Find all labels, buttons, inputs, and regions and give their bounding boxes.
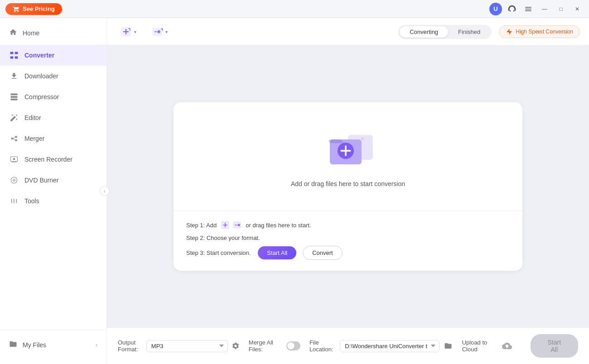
sidebar-item-tools[interactable]: Tools (0, 191, 106, 211)
main-content: ▾ ▾ Converting Finished (107, 18, 589, 364)
output-format-select[interactable]: MP3 (146, 340, 228, 352)
svg-rect-2 (10, 57, 14, 59)
app-body: Home Converter Downloader (0, 18, 589, 364)
svg-text:✦: ✦ (361, 136, 364, 141)
svg-point-29 (238, 225, 240, 226)
home-icon (9, 28, 17, 38)
svg-rect-5 (11, 96, 18, 98)
close-button[interactable]: ✕ (571, 3, 584, 15)
start-all-big-button[interactable]: Start All (531, 334, 578, 358)
lightning-icon (506, 28, 513, 35)
title-bar: See Pricing U — □ ✕ (0, 0, 589, 18)
file-location-field: File Location: D:\Wondershare UniConvert… (309, 339, 453, 353)
sidebar-item-merger[interactable]: Merger (0, 128, 106, 149)
add-file-chevron: ▾ (134, 29, 136, 34)
user-avatar[interactable]: U (489, 3, 502, 15)
step-1-row: Step 1: Add (186, 220, 510, 230)
minimize-button[interactable]: — (538, 3, 551, 15)
svg-point-9 (11, 138, 13, 140)
see-pricing-button[interactable]: See Pricing (5, 3, 62, 15)
step1-add-screen-icon (232, 220, 242, 230)
step3-convert-button[interactable]: Convert (303, 246, 343, 260)
sidebar-item-home[interactable]: Home (0, 23, 106, 43)
sidebar-tools-label: Tools (24, 197, 39, 205)
step1-text: Step 1: Add (186, 222, 217, 229)
sidebar-dvd-burner-label: DVD Burner (24, 177, 58, 184)
sidebar-item-my-files[interactable]: My Files › (0, 335, 106, 355)
cart-icon (13, 5, 20, 13)
sidebar-item-compressor[interactable]: Compressor (0, 86, 106, 107)
tab-converting[interactable]: Converting (400, 26, 448, 38)
screen-recorder-icon (9, 154, 19, 164)
drop-zone-area[interactable]: ✦ ✦ ✦ Add or drag files here to start co… (174, 102, 522, 211)
headphone-icon[interactable] (506, 3, 518, 15)
svg-rect-0 (10, 52, 14, 54)
add-screen-button[interactable]: ▾ (147, 23, 171, 41)
svg-rect-6 (11, 99, 18, 101)
add-screen-icon (151, 25, 164, 38)
bottom-bar: Output Format: MP3 Merge All Files: File… (107, 327, 589, 364)
menu-icon[interactable] (522, 3, 535, 15)
see-pricing-label: See Pricing (23, 5, 55, 12)
sidebar-bottom: My Files › (0, 330, 106, 359)
my-files-label: My Files (23, 341, 46, 349)
compressor-icon (9, 92, 19, 102)
upload-cloud-field: Upload to Cloud (462, 339, 512, 353)
file-location-select[interactable]: D:\Wondershare UniConverter t (340, 340, 439, 352)
high-speed-button[interactable]: High Speed Conversion (499, 25, 580, 38)
maximize-button[interactable]: □ (555, 3, 567, 15)
sidebar-compressor-label: Compressor (24, 93, 59, 101)
sidebar-collapse-button[interactable]: ‹ (100, 186, 110, 196)
output-format-settings-icon[interactable] (232, 340, 240, 352)
sidebar-converter-label: Converter (24, 52, 54, 59)
sidebar-item-dvd-burner[interactable]: DVD Burner (0, 170, 106, 191)
sidebar-item-converter[interactable]: Converter (0, 45, 106, 66)
add-screen-chevron: ▾ (165, 29, 168, 34)
merge-files-label: Merge All Files: (249, 339, 283, 353)
step2-text: Step 2: Choose your format. (186, 235, 260, 241)
step3-text: Step 3: Start conversion. (186, 249, 251, 256)
dvd-burner-icon (9, 175, 19, 185)
tool-header: ▾ ▾ Converting Finished (107, 18, 589, 46)
sidebar-item-editor[interactable]: Editor (0, 107, 106, 128)
my-files-arrow: › (96, 342, 97, 348)
drop-zone-card: ✦ ✦ ✦ Add or drag files here to start co… (174, 102, 522, 271)
add-file-button[interactable]: ▾ (116, 23, 140, 41)
svg-point-7 (15, 136, 17, 138)
high-speed-label: High Speed Conversion (516, 29, 573, 35)
converter-icon (9, 50, 19, 60)
file-location-folder-icon[interactable] (443, 340, 453, 352)
step1-icons (220, 220, 242, 230)
output-format-label: Output Format: (118, 339, 143, 353)
folder-icon-wrapper: ✦ ✦ ✦ (321, 126, 375, 171)
svg-line-11 (13, 139, 15, 140)
step3-start-all-button[interactable]: Start All (258, 246, 296, 259)
drop-zone-wrapper: ✦ ✦ ✦ Add or drag files here to start co… (107, 46, 589, 327)
svg-point-8 (15, 139, 17, 142)
tab-finished[interactable]: Finished (448, 26, 490, 38)
sidebar-item-downloader[interactable]: Downloader (0, 66, 106, 86)
upload-cloud-icon[interactable] (502, 340, 512, 352)
sidebar-item-screen-recorder[interactable]: Screen Recorder (0, 149, 106, 170)
sidebar-home-label: Home (23, 29, 39, 37)
svg-rect-4 (11, 94, 18, 96)
step-2-row: Step 2: Choose your format. (186, 235, 510, 241)
step1-mid-text: or drag files here to start. (246, 222, 311, 229)
svg-point-19 (158, 31, 160, 33)
output-format-field: Output Format: MP3 (118, 339, 240, 353)
merge-toggle[interactable] (286, 341, 300, 350)
my-files-icon (9, 340, 17, 350)
tab-switcher: Converting Finished (398, 25, 492, 39)
svg-point-14 (11, 177, 17, 183)
step-3-row: Step 3: Start conversion. Start All Conv… (186, 246, 510, 260)
sidebar: Home Converter Downloader (0, 18, 107, 364)
steps-area: Step 1: Add (174, 211, 522, 271)
svg-text:✦: ✦ (358, 155, 361, 159)
merger-icon (9, 134, 19, 144)
sidebar-merger-label: Merger (24, 135, 44, 142)
sidebar-screen-recorder-label: Screen Recorder (24, 156, 72, 163)
add-file-icon (120, 25, 132, 38)
step1-add-file-icon (220, 220, 230, 230)
svg-point-15 (13, 179, 15, 182)
sidebar-wrapper: Home Converter Downloader (0, 18, 107, 364)
